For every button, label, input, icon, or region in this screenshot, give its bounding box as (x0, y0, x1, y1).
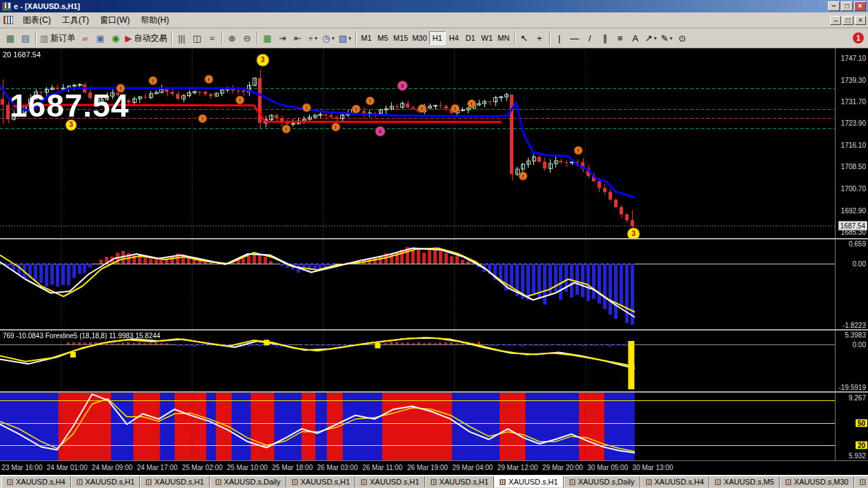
title-bar[interactable]: e - [XAUUSD.s,H1] – □ × (0, 0, 868, 12)
zoom-out-button[interactable]: ⊖ (239, 30, 255, 46)
timeframe-button-m1[interactable]: M1 (358, 31, 375, 45)
bars-chart-button[interactable]: ||| (174, 30, 189, 46)
magnifier-icon: ⊙ (678, 34, 686, 43)
grid-icon[interactable]: ▦ (259, 30, 275, 46)
horizontal-line-button[interactable]: — (567, 30, 582, 46)
indicator3-canvas[interactable] (0, 393, 835, 460)
indicator2-canvas[interactable] (0, 331, 835, 391)
indicators-button[interactable]: +▾ (305, 30, 320, 46)
chart-tab[interactable]: XAUUSD.s,H4 (1, 476, 71, 488)
scale-label: 5.932 (849, 452, 866, 460)
chart-tab[interactable]: XAUUSD.s,H1 (286, 476, 356, 488)
chart-tab[interactable]: XAUUSD.s,H1 (140, 476, 210, 488)
candles-chart-button[interactable]: ◫ (189, 30, 204, 46)
chart-tab[interactable]: XAUUSD.s,M5 (709, 476, 780, 488)
grid-icon: ▦ (263, 34, 271, 43)
chart-tab-icon (292, 479, 298, 485)
cursor-button[interactable]: ↖ (517, 30, 532, 46)
chart-tab[interactable]: XAUUSD.s,H1 (425, 476, 495, 488)
print-icon[interactable]: ▣ (92, 30, 108, 46)
toolbar-separator (35, 31, 36, 45)
objects-button[interactable]: ✎▾ (659, 30, 675, 46)
magnifier-icon[interactable]: ⊙ (675, 30, 690, 46)
crosshair-icon: + (537, 34, 542, 43)
indicator3-axis[interactable]: 9.26750205.932 (835, 393, 868, 460)
vertical-line-button[interactable]: | (552, 30, 567, 46)
indicator1-panel: 0.6590.00-1.8223 (0, 240, 868, 329)
timeframe-button-d1[interactable]: D1 (462, 31, 479, 45)
text-icon: A (632, 34, 638, 43)
templates-button[interactable]: ▨▾ (337, 30, 353, 46)
new-order-icon: ▥ (40, 34, 48, 43)
chart-tab[interactable]: XAUUSD.s,M30 (780, 476, 854, 488)
line-chart-button[interactable]: ≈ (204, 30, 219, 46)
chart-tab[interactable]: XAUUSD.s,Daily (564, 476, 640, 488)
chart-tab[interactable]: XAUUSD.s,H1 (494, 476, 564, 488)
indicator2-axis[interactable]: 5.39830.00-19.5919 (835, 331, 868, 391)
sound-icon[interactable]: ◉ (108, 30, 123, 46)
main-chart-canvas[interactable] (0, 48, 835, 238)
scale-label: 20 (856, 442, 867, 449)
trendline-button[interactable]: / (582, 30, 598, 46)
timeframe-button-h1[interactable]: H1 (429, 31, 446, 45)
scale-label: 0.659 (849, 240, 866, 248)
text-button[interactable]: A (628, 30, 643, 46)
auto-scroll-button[interactable]: ⇥ (275, 30, 290, 46)
menu-item-1[interactable]: 工具(T) (57, 12, 95, 28)
chart-tab-icon (77, 479, 83, 485)
time-axis-label: 25 Mar 10:00 (227, 464, 268, 471)
timeframe-button-h4[interactable]: H4 (446, 31, 462, 45)
chart-tab[interactable]: XAUUSD.s,H1 (854, 476, 868, 488)
new-order-button[interactable]: ▥新订单 (38, 30, 77, 46)
dropdown-arrow-icon: ▾ (654, 35, 657, 41)
objects-icon: ✎ (661, 34, 669, 43)
zoom-in-button[interactable]: ⊕ (224, 30, 239, 46)
chart-tab[interactable]: XAUUSD.s,Daily (210, 476, 286, 488)
periods-button[interactable]: ◷▾ (320, 30, 336, 46)
close-button[interactable]: × (854, 1, 866, 11)
profiles-button[interactable]: ▤ (18, 30, 33, 46)
mdi-close-button[interactable]: × (855, 16, 866, 25)
mdi-restore-button[interactable]: □ (842, 16, 854, 25)
indicator1-canvas[interactable] (0, 240, 835, 329)
arrows-icon: ↗ (645, 34, 653, 43)
window-title: e - [XAUUSD.s,H1] (14, 2, 80, 10)
chart-tab-label: XAUUSD.s,H1 (86, 478, 135, 486)
menu-item-0[interactable]: 图表(C) (17, 12, 57, 28)
timeframe-button-w1[interactable]: W1 (479, 31, 495, 45)
chart-tab[interactable]: XAUUSD.s,H1 (71, 476, 141, 488)
timeframe-button-m5[interactable]: M5 (375, 31, 391, 45)
bars-chart-icon: ||| (178, 34, 185, 43)
new-chart-button[interactable]: ▦ (3, 30, 18, 46)
mdi-minimize-button[interactable]: – (830, 16, 841, 25)
menu-item-3[interactable]: 帮助(H) (135, 12, 175, 28)
horizontal-line-icon: — (570, 34, 579, 43)
notification-badge[interactable]: 1 (853, 32, 864, 43)
chart-tab[interactable]: XAUUSD.s,H4 (640, 476, 710, 488)
chart-tab-label: XAUUSD.s,Daily (224, 478, 281, 486)
eraser-icon[interactable]: ▰ (77, 30, 92, 46)
scale-label: -19.5919 (839, 384, 866, 391)
menu-item-2[interactable]: 窗口(W) (95, 12, 135, 28)
scale-label: 50 (856, 419, 867, 427)
auto-trading-button[interactable]: ▶自动交易 (123, 30, 169, 46)
price-axis[interactable]: 1747.101739.301731.701723.901716.101708.… (835, 48, 868, 238)
channel-button[interactable]: ∥ (598, 30, 613, 46)
time-axis-label: 24 Mar 09:00 (92, 464, 132, 471)
time-axis-label: 26 Mar 19:00 (407, 464, 448, 471)
minimize-button[interactable]: – (828, 1, 840, 11)
crosshair-button[interactable]: + (532, 30, 547, 46)
chart-tab-label: XAUUSD.s,H4 (655, 478, 704, 486)
chart-tab[interactable]: XAUUSD.s,H1 (355, 476, 425, 488)
timeframe-button-mn[interactable]: MN (495, 31, 512, 45)
templates-icon: ▨ (339, 34, 347, 43)
toolbar-separator (257, 31, 257, 45)
timeframe-button-m30[interactable]: M30 (410, 31, 428, 45)
timeframe-button-m15[interactable]: M15 (391, 31, 410, 45)
indicator1-axis[interactable]: 0.6590.00-1.8223 (835, 240, 868, 329)
arrows-button[interactable]: ↗▾ (643, 30, 659, 46)
restore-button[interactable]: □ (841, 1, 853, 11)
fibonacci-button[interactable]: ≡ (613, 30, 628, 46)
chart-shift-button[interactable]: ⇤ (290, 30, 305, 46)
time-axis[interactable]: 23 Mar 16:0024 Mar 01:0024 Mar 09:0024 M… (0, 460, 868, 475)
